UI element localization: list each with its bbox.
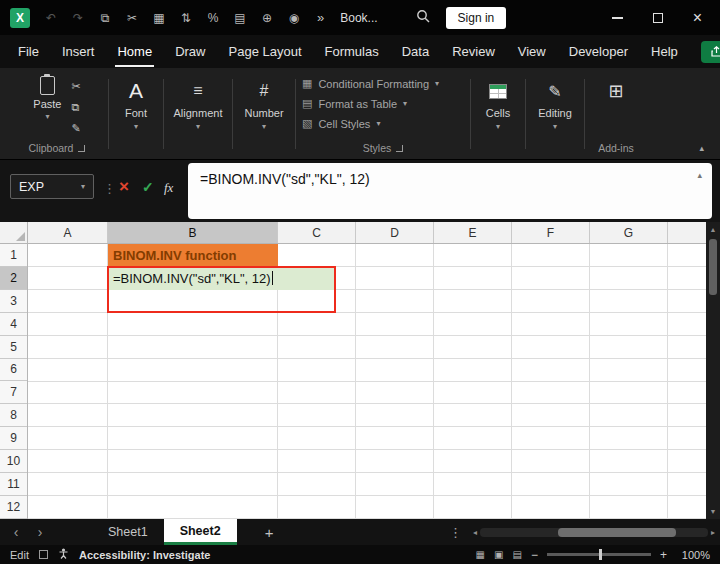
tab-page-layout[interactable]: Page Layout xyxy=(229,44,302,59)
number-group[interactable]: # Number ▾ xyxy=(235,71,293,157)
workbook-title[interactable]: Book... xyxy=(340,11,377,25)
scroll-up-icon[interactable]: ▲ xyxy=(710,226,717,233)
zoom-in-icon[interactable]: + xyxy=(660,548,667,562)
tab-home[interactable]: Home xyxy=(117,44,152,59)
accessibility-status[interactable]: Accessibility: Investigate xyxy=(79,549,210,561)
tab-data[interactable]: Data xyxy=(402,44,429,59)
column-header-e[interactable]: E xyxy=(434,222,512,243)
row-header-1[interactable]: 1 xyxy=(0,244,27,267)
tab-file[interactable]: File xyxy=(18,44,39,59)
horizontal-scrollbar-thumb[interactable] xyxy=(558,528,676,537)
close-icon[interactable]: × xyxy=(693,10,702,26)
editing-group[interactable]: ✎ Editing ▾ xyxy=(528,71,582,157)
page-layout-view-icon[interactable]: ▣ xyxy=(494,549,503,560)
zoom-slider-thumb[interactable] xyxy=(599,549,602,560)
tab-draw[interactable]: Draw xyxy=(175,44,205,59)
insert-icon[interactable]: ⊕ xyxy=(260,12,274,24)
sheet-nav-left-icon[interactable]: ‹ xyxy=(4,524,28,540)
name-box[interactable]: EXP ▾ xyxy=(10,174,94,199)
row-header-9[interactable]: 9 xyxy=(0,427,27,450)
tab-developer[interactable]: Developer xyxy=(569,44,628,59)
select-all-corner[interactable] xyxy=(0,222,28,244)
vertical-scrollbar[interactable]: ▲ ▼ xyxy=(706,222,720,519)
cell-b1[interactable]: BINOM.INV function xyxy=(108,244,278,267)
column-header-c[interactable]: C xyxy=(278,222,356,243)
dialog-launcher-icon[interactable] xyxy=(78,145,85,152)
scroll-down-icon[interactable]: ▼ xyxy=(710,508,717,515)
minimize-icon[interactable] xyxy=(612,17,623,19)
excel-logo-icon[interactable]: X xyxy=(10,8,30,28)
row-header-2[interactable]: 2 xyxy=(0,267,27,290)
page-break-view-icon[interactable]: ▤ xyxy=(513,549,522,560)
column-header-b[interactable]: B xyxy=(108,222,278,243)
scroll-left-icon[interactable]: ◂ xyxy=(473,528,477,537)
cut-icon[interactable]: ✂ xyxy=(125,12,139,24)
camera-icon[interactable]: ◉ xyxy=(287,12,301,24)
row-header-3[interactable]: 3 xyxy=(0,290,27,313)
collapse-formula-bar-icon[interactable]: ▴ xyxy=(697,170,702,180)
paste-button[interactable]: Paste ▾ xyxy=(33,76,61,135)
addins-group[interactable]: ⊞ Add-ins xyxy=(587,71,645,157)
row-header-7[interactable]: 7 xyxy=(0,381,27,404)
row-header-6[interactable]: 6 xyxy=(0,359,27,382)
sheet-tab-sheet2[interactable]: Sheet2 xyxy=(164,519,237,545)
drag-handle-icon[interactable]: ⋮ xyxy=(103,181,116,196)
sign-in-button[interactable]: Sign in xyxy=(446,7,507,29)
cell-styles-button[interactable]: ▧ Cell Styles ▾ xyxy=(298,116,468,131)
maximize-icon[interactable] xyxy=(653,13,663,23)
spreadsheet[interactable]: ABCDEFG 123456789101112 BINOM.INV functi… xyxy=(0,222,706,519)
column-header-g[interactable]: G xyxy=(590,222,668,243)
row-header-5[interactable]: 5 xyxy=(0,336,27,359)
cut-icon[interactable]: ✂ xyxy=(71,80,80,93)
row-header-4[interactable]: 4 xyxy=(0,313,27,336)
normal-view-icon[interactable]: ▦ xyxy=(476,549,485,560)
cells-group[interactable]: Cells ▾ xyxy=(473,71,523,157)
enter-icon[interactable]: ✓ xyxy=(142,179,154,195)
row-header-11[interactable]: 11 xyxy=(0,473,27,496)
row-header-8[interactable]: 8 xyxy=(0,404,27,427)
sort-icon[interactable]: ⇅ xyxy=(179,12,193,24)
copy-icon[interactable]: ⧉ xyxy=(71,101,80,114)
share-button[interactable]: Share ▾ xyxy=(701,41,720,63)
column-header-d[interactable]: D xyxy=(356,222,434,243)
format-as-table-button[interactable]: ▤ Format as Table ▾ xyxy=(298,96,468,111)
alignment-group[interactable]: ≡ Alignment ▾ xyxy=(166,71,230,157)
undo-icon[interactable]: ↶ xyxy=(44,12,58,24)
horizontal-scrollbar-track[interactable] xyxy=(480,528,708,537)
zoom-slider[interactable] xyxy=(547,553,651,556)
format-painter-icon[interactable]: ✎ xyxy=(71,122,80,135)
search-icon[interactable] xyxy=(416,9,430,27)
cancel-icon[interactable]: × xyxy=(119,177,129,197)
tab-options-icon[interactable]: ⋮ xyxy=(443,525,468,540)
horizontal-scrollbar[interactable]: ◂ ▸ xyxy=(468,519,720,545)
tab-insert[interactable]: Insert xyxy=(62,44,95,59)
dialog-launcher-icon[interactable] xyxy=(396,145,403,152)
font-group[interactable]: A Font ▾ xyxy=(111,71,161,157)
collapse-ribbon-icon[interactable]: ▴ xyxy=(699,143,704,153)
cell-b2[interactable]: =BINOM.INV("sd","KL", 12) xyxy=(108,267,335,290)
tab-help[interactable]: Help xyxy=(651,44,678,59)
grid-body[interactable]: BINOM.INV function =BINOM.INV("sd","KL",… xyxy=(28,244,706,519)
add-sheet-button[interactable]: + xyxy=(265,524,274,541)
column-header-a[interactable]: A xyxy=(28,222,108,243)
sheet-nav-right-icon[interactable]: › xyxy=(28,524,52,540)
formula-input[interactable]: =BINOM.INV("sd","KL", 12) ▴ xyxy=(188,163,712,219)
tab-view[interactable]: View xyxy=(518,44,546,59)
insert-function-icon[interactable]: fx xyxy=(164,180,173,196)
percent-style-icon[interactable]: % xyxy=(206,12,220,24)
tab-formulas[interactable]: Formulas xyxy=(325,44,379,59)
picture-icon[interactable]: ▦ xyxy=(152,12,166,24)
conditional-formatting-button[interactable]: ▦ Conditional Formatting ▾ xyxy=(298,76,468,91)
zoom-out-icon[interactable]: − xyxy=(531,548,538,562)
tab-review[interactable]: Review xyxy=(452,44,495,59)
row-header-12[interactable]: 12 xyxy=(0,496,27,519)
macro-record-icon[interactable] xyxy=(39,550,48,559)
copy-icon[interactable]: ⧉ xyxy=(98,12,112,24)
toolbar-overflow-icon[interactable]: » xyxy=(317,10,324,25)
sheet-tab-sheet1[interactable]: Sheet1 xyxy=(92,519,164,545)
vertical-scrollbar-thumb[interactable] xyxy=(709,239,717,295)
row-header-10[interactable]: 10 xyxy=(0,450,27,473)
scroll-right-icon[interactable]: ▸ xyxy=(711,528,715,537)
column-header-f[interactable]: F xyxy=(512,222,590,243)
format-icon[interactable]: ▤ xyxy=(233,12,247,24)
